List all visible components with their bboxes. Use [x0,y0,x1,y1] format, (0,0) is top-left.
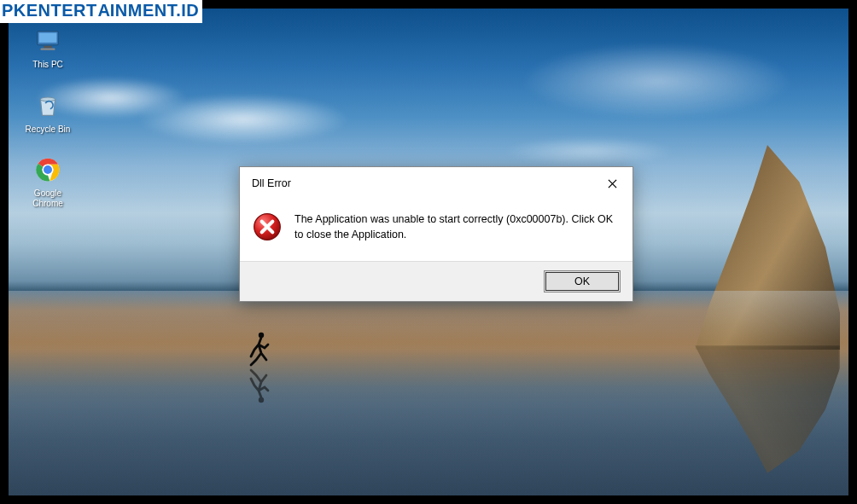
runner-silhouette [246,331,271,367]
close-icon [608,177,617,191]
cloud-decoration [504,136,674,166]
desktop-icon-google-chrome[interactable]: Google Chrome [20,154,75,208]
dialog-body: The Application was unable to start corr… [240,198,633,261]
desktop-icon-label: This PC [32,60,63,70]
desktop-icon-recycle-bin[interactable]: Recycle Bin [20,90,75,135]
svg-rect-5 [41,49,55,50]
dialog-message: The Application was unable to start corr… [294,211,617,242]
cloud-decoration [521,43,794,119]
dialog-titlebar[interactable]: Dll Error [240,167,633,198]
desktop-frame: This PC Recycle Bin [9,9,848,495]
runner-reflection [246,368,271,404]
this-pc-icon [32,26,63,56]
desktop-icon-this-pc[interactable]: This PC [20,26,75,70]
error-icon [252,211,283,242]
chrome-icon [32,154,63,185]
watermark-text: INMENT.ID [110,1,200,20]
ok-button[interactable]: OK [544,270,621,293]
recycle-bin-icon [32,90,63,121]
watermark-text: PKENTERT [2,1,97,20]
watermark-flip-char: A [97,1,110,20]
svg-rect-3 [39,33,57,43]
desktop-icon-label: Google Chrome [32,188,63,208]
error-dialog: Dll Error [239,166,633,302]
desktop-icons-area: This PC Recycle Bin [20,26,75,208]
dialog-title: Dll Error [252,177,291,189]
cloud-decoration [137,94,350,145]
close-button[interactable] [600,174,624,193]
svg-rect-4 [44,46,51,49]
watermark-overlay: PKENTERTAINMENT.ID [0,0,202,23]
desktop-icon-label: Recycle Bin [26,125,71,135]
dialog-footer: OK [240,261,633,301]
